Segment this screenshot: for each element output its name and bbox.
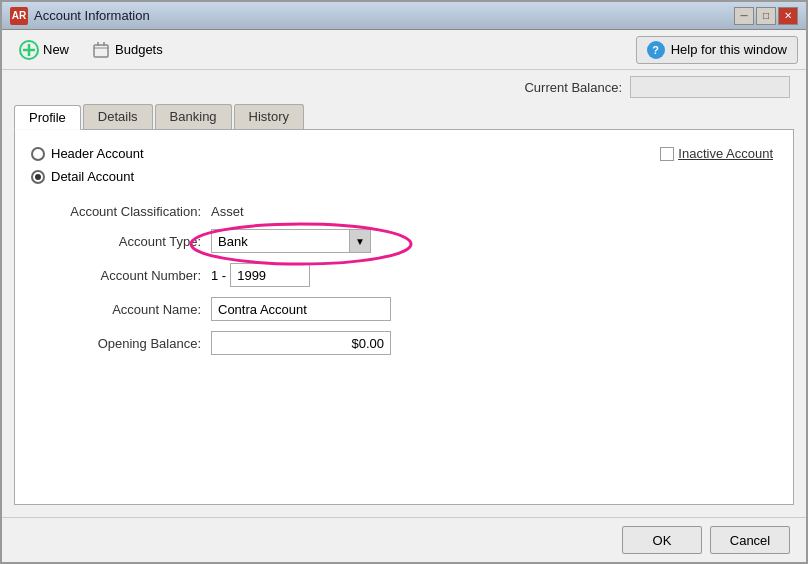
account-type-row: Account Type: Bank ▼ [31, 229, 777, 253]
balance-input[interactable] [630, 76, 790, 98]
inactive-label: Inactive Account [678, 146, 773, 161]
tab-content-profile: Header Account Detail Account Inactive A… [14, 129, 794, 505]
tab-banking[interactable]: Banking [155, 104, 232, 129]
ok-button[interactable]: OK [622, 526, 702, 554]
tab-history[interactable]: History [234, 104, 304, 129]
account-name-input[interactable] [211, 297, 391, 321]
close-button[interactable]: ✕ [778, 7, 798, 25]
header-account-label: Header Account [51, 146, 144, 161]
opening-balance-row: Opening Balance: [31, 331, 777, 355]
account-number-input[interactable] [230, 263, 310, 287]
balance-row: Current Balance: [2, 70, 806, 104]
account-number-container: 1 - [211, 263, 310, 287]
budgets-icon [91, 40, 111, 60]
account-type-arrow[interactable]: ▼ [349, 229, 371, 253]
account-number-label: Account Number: [31, 268, 211, 283]
account-number-row: Account Number: 1 - [31, 263, 777, 287]
tab-profile[interactable]: Profile [14, 105, 81, 130]
account-name-label: Account Name: [31, 302, 211, 317]
maximize-button[interactable]: □ [756, 7, 776, 25]
form-section: Account Classification: Asset Account Ty… [31, 204, 777, 355]
help-button[interactable]: ? Help for this window [636, 36, 798, 64]
new-icon [19, 40, 39, 60]
toolbar-left: New Budgets [10, 35, 636, 65]
header-account-radio[interactable] [31, 147, 45, 161]
app-icon: AR [10, 7, 28, 25]
new-button[interactable]: New [10, 35, 78, 65]
help-label: Help for this window [671, 42, 787, 57]
title-bar: AR Account Information ─ □ ✕ [2, 2, 806, 30]
account-type-display: Bank [211, 229, 371, 253]
account-type-label: Account Type: [31, 234, 211, 249]
account-name-row: Account Name: [31, 297, 777, 321]
detail-account-option[interactable]: Detail Account [31, 169, 777, 184]
classification-label: Account Classification: [31, 204, 211, 219]
footer: OK Cancel [2, 517, 806, 562]
main-window: AR Account Information ─ □ ✕ New [0, 0, 808, 564]
opening-balance-label: Opening Balance: [31, 336, 211, 351]
detail-account-radio[interactable] [31, 170, 45, 184]
inactive-account-container: Inactive Account [660, 146, 773, 161]
svg-rect-3 [94, 45, 108, 57]
window-title: Account Information [34, 8, 728, 23]
budgets-button[interactable]: Budgets [82, 35, 172, 65]
toolbar: New Budgets ? Help for this window [2, 30, 806, 70]
classification-row: Account Classification: Asset [31, 204, 777, 219]
detail-account-label: Detail Account [51, 169, 134, 184]
number-prefix: 1 - [211, 268, 226, 283]
balance-label: Current Balance: [524, 80, 622, 95]
help-icon: ? [647, 41, 665, 59]
account-type-select-wrapper: Bank ▼ [211, 229, 371, 253]
new-label: New [43, 42, 69, 57]
window-controls: ─ □ ✕ [734, 7, 798, 25]
tabs: Profile Details Banking History [14, 104, 794, 129]
minimize-button[interactable]: ─ [734, 7, 754, 25]
inactive-checkbox[interactable] [660, 147, 674, 161]
cancel-button[interactable]: Cancel [710, 526, 790, 554]
tab-details[interactable]: Details [83, 104, 153, 129]
main-content: Profile Details Banking History Header A… [2, 104, 806, 517]
toolbar-right: ? Help for this window [636, 36, 798, 64]
classification-value: Asset [211, 204, 244, 219]
opening-balance-input[interactable] [211, 331, 391, 355]
budgets-label: Budgets [115, 42, 163, 57]
